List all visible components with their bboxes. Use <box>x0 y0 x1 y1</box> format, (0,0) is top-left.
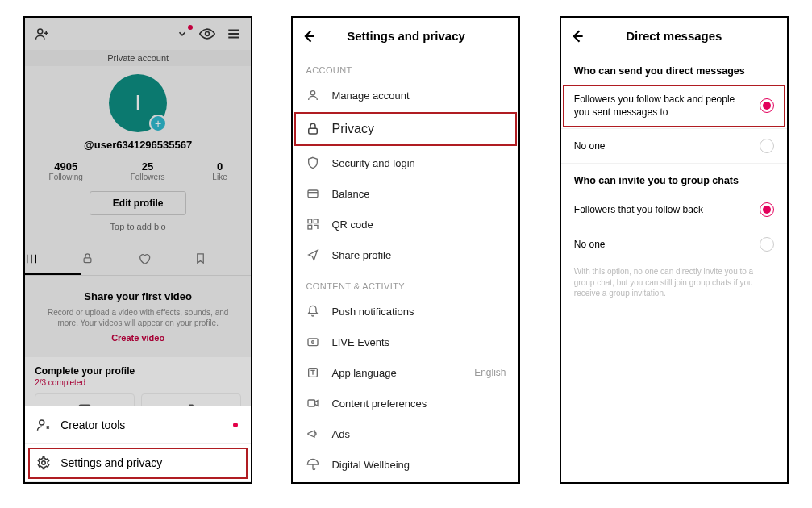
gear-icon <box>36 456 51 470</box>
row-privacy[interactable]: Privacy <box>293 110 518 148</box>
bell-icon <box>306 305 320 318</box>
back-icon[interactable] <box>301 28 317 44</box>
menu-icon[interactable] <box>227 27 241 41</box>
page-title: Settings and privacy <box>347 29 465 43</box>
private-account-label: Private account <box>107 53 169 63</box>
menu-creator-tools[interactable]: Creator tools <box>25 406 251 444</box>
profile-screen: Private account I + @user6341296535567 4… <box>23 16 252 484</box>
complete-title: Complete your profile <box>35 365 241 377</box>
language-icon <box>306 366 320 379</box>
svg-point-0 <box>38 29 43 34</box>
radio-checked-icon <box>760 202 774 217</box>
row-family-pairing[interactable]: Family Pairing <box>293 480 518 484</box>
tab-private[interactable] <box>81 244 138 275</box>
eye-icon[interactable] <box>199 26 215 42</box>
dropdown-icon[interactable] <box>177 28 188 40</box>
megaphone-icon <box>306 427 320 440</box>
row-live[interactable]: LIVE Events <box>293 327 518 357</box>
complete-progress: 2/3 completed <box>35 378 241 387</box>
svg-point-8 <box>311 91 315 95</box>
tab-saved[interactable] <box>194 244 251 275</box>
svg-rect-17 <box>308 400 315 406</box>
language-value: English <box>474 367 506 378</box>
bottom-sheet: Creator tools Settings and privacy <box>25 406 251 482</box>
lock-icon <box>306 122 320 136</box>
create-video-link[interactable]: Create video <box>44 333 231 343</box>
row-manage-account[interactable]: Manage account <box>293 80 518 110</box>
back-icon[interactable] <box>569 28 585 44</box>
svg-rect-12 <box>314 219 319 223</box>
group-option-followers[interactable]: Followers that you follow back <box>561 193 787 227</box>
radio-checked-icon <box>760 98 774 113</box>
svg-rect-13 <box>308 225 312 229</box>
direct-messages-screen: Direct messages Who can send you direct … <box>560 16 789 484</box>
tab-liked[interactable] <box>138 244 194 275</box>
page-title: Direct messages <box>626 29 722 43</box>
row-language[interactable]: App language English <box>293 357 518 388</box>
live-icon <box>306 335 320 348</box>
radio-icon <box>760 139 774 153</box>
group-option-noone[interactable]: No one <box>561 227 787 261</box>
row-digital-wellbeing[interactable]: Digital Wellbeing <box>293 449 518 480</box>
stat-following[interactable]: 4905 Following <box>49 160 83 181</box>
menu-settings-privacy[interactable]: Settings and privacy <box>25 444 251 482</box>
svg-rect-11 <box>308 219 312 223</box>
row-share-profile[interactable]: Share profile <box>293 239 518 270</box>
stat-followers[interactable]: 25 Followers <box>131 160 165 181</box>
share-title: Share your first video <box>44 290 231 302</box>
radio-icon <box>760 237 774 252</box>
group-hint: With this option, no one can directly in… <box>561 261 787 299</box>
row-security[interactable]: Security and login <box>293 148 518 178</box>
dm-option-noone[interactable]: No one <box>561 129 787 164</box>
video-icon <box>306 397 320 410</box>
svg-rect-14 <box>308 339 318 346</box>
qr-icon <box>306 218 320 231</box>
tab-feed[interactable] <box>25 244 81 275</box>
settings-screen: Settings and privacy ACCOUNT Manage acco… <box>291 16 520 484</box>
avatar-add-icon[interactable]: + <box>149 115 167 132</box>
question-group: Who can invite you to group chats <box>561 164 787 193</box>
svg-point-7 <box>42 461 46 465</box>
notification-dot <box>233 423 238 427</box>
creator-tools-icon <box>36 418 51 432</box>
row-ads[interactable]: Ads <box>293 418 518 449</box>
section-content: CONTENT & ACTIVITY <box>293 270 518 296</box>
username: @user6341296535567 <box>84 139 192 151</box>
svg-point-6 <box>40 420 44 425</box>
add-friend-icon[interactable] <box>35 27 49 41</box>
stat-likes[interactable]: 0 Like <box>212 160 227 181</box>
row-balance[interactable]: Balance <box>293 178 518 209</box>
add-bio-link[interactable]: Tap to add bio <box>110 222 166 231</box>
svg-point-1 <box>206 32 210 36</box>
share-desc: Record or upload a video with effects, s… <box>44 307 231 328</box>
share-icon <box>306 248 320 261</box>
person-icon <box>306 89 320 102</box>
svg-rect-10 <box>308 190 318 198</box>
wallet-icon <box>306 187 320 200</box>
row-content-pref[interactable]: Content preferences <box>293 388 518 418</box>
svg-rect-9 <box>309 128 318 134</box>
section-account: ACCOUNT <box>293 54 518 80</box>
question-dm: Who can send you direct messages <box>561 54 787 83</box>
svg-rect-2 <box>84 258 91 263</box>
svg-point-15 <box>312 341 314 344</box>
row-push[interactable]: Push notifications <box>293 296 518 327</box>
avatar[interactable]: I + <box>109 74 167 132</box>
edit-profile-button[interactable]: Edit profile <box>90 191 187 215</box>
shield-icon <box>306 156 320 169</box>
umbrella-icon <box>306 458 320 471</box>
dm-option-followers[interactable]: Followers you follow back and people you… <box>561 83 787 129</box>
row-qr[interactable]: QR code <box>293 209 518 239</box>
